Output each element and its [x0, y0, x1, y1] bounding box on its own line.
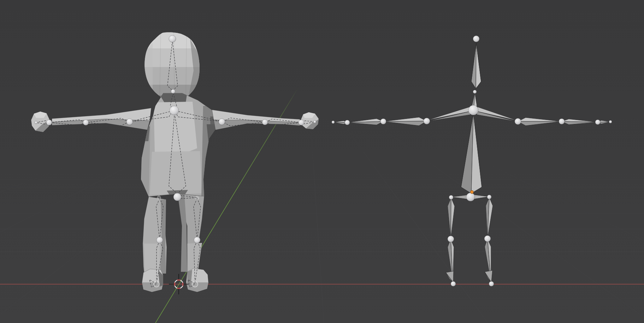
foot-mesh-right[interactable] — [186, 268, 208, 292]
viewport-background — [0, 0, 644, 323]
joint-thigh-top-right[interactable] — [487, 195, 491, 199]
joint-neck[interactable] — [473, 90, 477, 94]
joint-root[interactable] — [466, 193, 475, 201]
leg-mesh-left[interactable] — [143, 197, 167, 274]
joint-chest[interactable] — [468, 105, 478, 115]
joint-wrist-right[interactable] — [595, 120, 600, 125]
joint-ankle-right[interactable] — [489, 281, 494, 286]
joint-thigh-top-left[interactable] — [449, 195, 453, 199]
joint-wrist-right[interactable] — [299, 120, 304, 125]
joint-head-top[interactable] — [169, 35, 176, 42]
joint-knee-right[interactable] — [194, 237, 200, 243]
joint-shoulder-right[interactable] — [219, 119, 225, 125]
joint-hand-tip-right[interactable] — [313, 120, 316, 123]
joint-shoulder-right[interactable] — [515, 118, 521, 125]
object-origin-dot[interactable] — [471, 191, 474, 194]
viewport-3d[interactable] — [0, 0, 644, 323]
foot-mesh-left[interactable] — [142, 269, 163, 292]
joint-hand-tip-left[interactable] — [332, 121, 335, 124]
joint-hand-tip-left[interactable] — [35, 121, 37, 124]
joint-wrist-left[interactable] — [46, 120, 52, 125]
joint-elbow-right[interactable] — [559, 119, 565, 124]
joint-wrist-left[interactable] — [345, 120, 350, 125]
joint-thigh-top-right[interactable] — [195, 196, 199, 200]
joint-knee-left[interactable] — [448, 236, 454, 242]
joint-ankle-left[interactable] — [154, 281, 159, 287]
joint-thigh-top-left[interactable] — [157, 196, 161, 199]
torso-facet — [150, 151, 202, 195]
joint-hand-tip-right[interactable] — [609, 120, 612, 123]
leg-facet — [144, 244, 160, 272]
joint-knee-right[interactable] — [484, 235, 491, 242]
joint-head-top[interactable] — [473, 36, 479, 42]
joint-shoulder-left[interactable] — [126, 119, 133, 125]
joint-chest[interactable] — [170, 106, 179, 115]
joint-ankle-right[interactable] — [192, 281, 198, 287]
joint-neck[interactable] — [171, 89, 175, 94]
joint-root[interactable] — [173, 193, 181, 201]
joint-elbow-left[interactable] — [83, 120, 89, 125]
joint-shoulder-left[interactable] — [424, 118, 430, 124]
joint-ankle-left[interactable] — [451, 281, 456, 286]
joint-elbow-left[interactable] — [380, 119, 386, 124]
joint-knee-left[interactable] — [156, 237, 163, 243]
joint-elbow-right[interactable] — [262, 119, 268, 125]
